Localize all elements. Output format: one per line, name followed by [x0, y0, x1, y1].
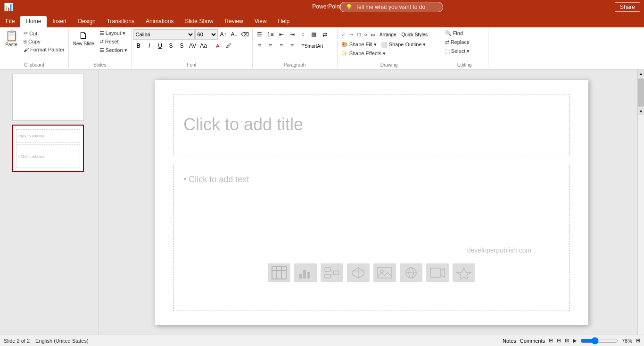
font-selector-row: Calibri Arial Times New Roman 60 12 14 1…	[133, 29, 250, 40]
zoom-level: 78%	[622, 338, 632, 344]
scroll-up-button[interactable]: ▲	[638, 70, 644, 77]
shape-outline-button[interactable]: ⬜ Shape Outline ▾	[379, 41, 428, 49]
italic-button[interactable]: I	[144, 41, 155, 51]
scroll-down-button[interactable]: ▼	[638, 108, 644, 115]
underline-button[interactable]: U	[155, 41, 165, 51]
find-button[interactable]: 🔍 Find	[443, 29, 465, 37]
view-slideshow-icon[interactable]: ▶	[573, 338, 577, 344]
title-placeholder[interactable]: Click to add title	[173, 94, 570, 155]
paragraph-group: ☰ 1≡ ⇤ ⇥ ↕ ▦ ⇄ ≡ ≡ ≡ ≡ ≡ SmartArt Paragr…	[253, 28, 338, 68]
scroll-thumb[interactable]	[638, 78, 644, 107]
shadow-button[interactable]: S	[177, 41, 187, 51]
numbering-button[interactable]: 1≡	[265, 29, 276, 40]
status-bar: Slide 2 of 2 English (United States) Not…	[0, 335, 644, 346]
paste-button[interactable]: 📋 Paste	[2, 29, 21, 49]
svg-rect-6	[307, 272, 310, 278]
increase-font-button[interactable]: A↑	[218, 29, 229, 40]
zoom-slider[interactable]	[580, 337, 618, 345]
font-label: Font	[133, 61, 250, 68]
fit-zoom-button[interactable]: ⊞	[636, 338, 640, 344]
tab-review[interactable]: Review	[219, 16, 248, 27]
font-color-button[interactable]: A	[213, 41, 223, 51]
slide-2-thumb[interactable]: Click to add title • Click to add text	[12, 125, 84, 172]
text-highlight-button[interactable]: 🖊	[223, 41, 234, 51]
text-direction-button[interactable]: ⇄	[320, 29, 330, 40]
tab-view[interactable]: View	[249, 16, 272, 27]
shape-fill-button[interactable]: 🎨 Shape Fill ▾	[339, 41, 379, 49]
tab-help[interactable]: Help	[272, 16, 296, 27]
insert-picture-icon[interactable]	[373, 263, 396, 282]
layout-button[interactable]: ☰ Layout ▾	[98, 29, 129, 37]
slide-1-thumb[interactable]	[12, 74, 84, 121]
tab-animations[interactable]: Animations	[140, 16, 179, 27]
line-spacing-button[interactable]: ↕	[298, 29, 308, 40]
slide-info: Slide 2 of 2	[4, 338, 30, 344]
bullets-button[interactable]: ☰	[255, 29, 265, 40]
view-reading-icon[interactable]: ⊠	[565, 338, 569, 344]
main-area: 1 2 Click to add title • Click to add te…	[0, 70, 644, 335]
slide-canvas[interactable]: Click to add title • Click to add text d…	[155, 80, 588, 325]
tab-insert[interactable]: Insert	[47, 16, 72, 27]
app-icon: 📊	[4, 2, 13, 11]
reset-button[interactable]: ↺ Reset	[98, 38, 129, 46]
font-size-select[interactable]: 60 12 14 18 24 36 48 72	[195, 29, 218, 40]
section-button[interactable]: ☰ Section ▾	[98, 46, 129, 54]
view-normal-icon[interactable]: ⊞	[549, 338, 553, 344]
title-placeholder-text: Click to add title	[183, 115, 303, 135]
decrease-indent-button[interactable]: ⇤	[276, 29, 287, 40]
slide-2-wrapper: 2 Click to add title • Click to add text	[2, 125, 97, 172]
insert-video-icon[interactable]	[426, 263, 449, 282]
justify-button[interactable]: ≡	[287, 41, 297, 51]
view-slide-sorter-icon[interactable]: ⊟	[557, 338, 561, 344]
select-button[interactable]: ⬚ Select ▾	[443, 47, 472, 55]
tab-design[interactable]: Design	[72, 16, 101, 27]
tell-me-bar[interactable]: 💡 Tell me what you want to do	[339, 2, 443, 12]
format-painter-button[interactable]: 🖌 Format Painter	[22, 46, 66, 53]
copy-button[interactable]: ⎘ Copy	[22, 38, 66, 45]
svg-rect-5	[303, 270, 306, 278]
decrease-font-button[interactable]: A↓	[229, 29, 239, 40]
title-bar: 📊 PowerPoint Share	[0, 0, 644, 13]
align-right-button[interactable]: ≡	[276, 41, 287, 51]
vertical-scrollbar[interactable]: ▲ ▼	[637, 70, 644, 335]
clipboard-content: 📋 Paste ✂ Cut ⎘ Copy 🖌 Format Painter	[2, 29, 66, 61]
ribbon-tabs: File Home Insert Design Transitions Anim…	[0, 13, 644, 27]
content-placeholder[interactable]: • Click to add text developerpublish.com	[173, 165, 570, 311]
increase-indent-button[interactable]: ⇥	[287, 29, 297, 40]
insert-online-pic-icon[interactable]	[400, 263, 422, 282]
char-spacing-button[interactable]: AV	[188, 41, 198, 51]
tab-home[interactable]: Home	[20, 16, 47, 27]
replace-button[interactable]: ⇄ Replace	[443, 38, 471, 46]
cut-button[interactable]: ✂ Cut	[22, 29, 66, 37]
insert-chart-icon[interactable]	[294, 263, 317, 282]
new-slide-icon: 🗋	[79, 31, 88, 40]
shape-effects-button[interactable]: ✨ Shape Effects ▾	[339, 50, 388, 58]
strikethrough-button[interactable]: S	[166, 41, 176, 51]
insert-3d-icon[interactable]	[347, 263, 370, 282]
smartart-button[interactable]: SmartArt	[309, 41, 319, 51]
arrange-button[interactable]: Arrange	[377, 29, 399, 40]
lightbulb-icon: 💡	[346, 4, 353, 10]
align-left-button[interactable]: ≡	[255, 41, 265, 51]
change-case-button[interactable]: Aa	[198, 41, 209, 51]
columns-button[interactable]: ▦	[309, 29, 319, 40]
tab-file[interactable]: File	[0, 16, 20, 27]
new-slide-button[interactable]: 🗋 New Slide	[71, 29, 97, 48]
content-placeholder-text: Click to add text	[189, 175, 249, 184]
bold-button[interactable]: B	[133, 41, 144, 51]
comments-button[interactable]: Comments	[520, 338, 545, 344]
align-center-button[interactable]: ≡	[265, 41, 276, 51]
svg-rect-4	[299, 274, 302, 278]
quick-styles-button[interactable]: Quick Styles	[399, 29, 430, 40]
svg-rect-7	[325, 268, 330, 271]
share-button[interactable]: Share	[615, 2, 640, 12]
notes-button[interactable]: Notes	[503, 338, 516, 344]
insert-icons-icon[interactable]	[453, 263, 475, 282]
tab-transitions[interactable]: Transitions	[101, 16, 140, 27]
insert-table-icon[interactable]	[268, 263, 290, 282]
insert-smartart-icon[interactable]	[321, 263, 343, 282]
canvas-area: Click to add title • Click to add text d…	[99, 70, 644, 335]
clear-format-button[interactable]: ⌫	[240, 29, 250, 40]
tab-slideshow[interactable]: Slide Show	[179, 16, 219, 27]
font-name-select[interactable]: Calibri Arial Times New Roman	[133, 29, 195, 40]
